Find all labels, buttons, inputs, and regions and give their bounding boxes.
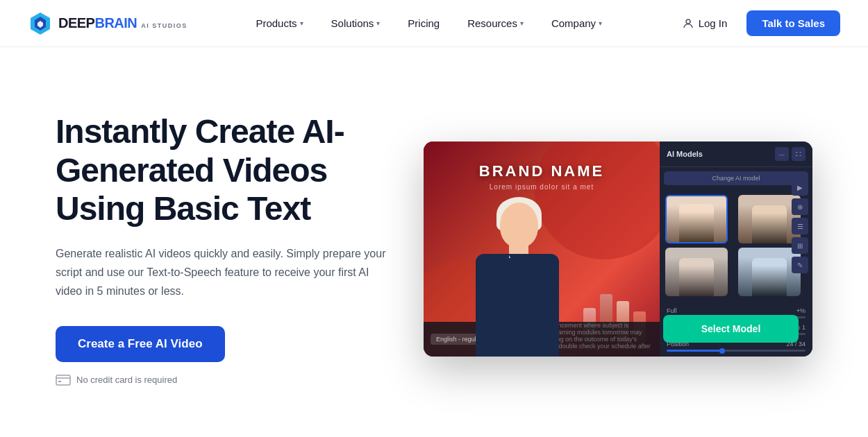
tool-icon-1[interactable]: ▶: [792, 179, 808, 196]
products-chevron-icon: ▾: [300, 19, 303, 27]
create-video-button[interactable]: Create a Free AI Video: [56, 326, 225, 362]
video-preview: BRAND NAME Lorem ipsum dolor sit a met: [424, 142, 812, 357]
panel-title: AI Models: [667, 150, 703, 158]
hero-section: Instantly Create AI-Generated Videos Usi…: [0, 47, 868, 437]
company-chevron-icon: ▾: [599, 19, 602, 27]
model-thumb-1[interactable]: [665, 195, 728, 243]
video-brand-name: BRAND NAME: [424, 162, 660, 180]
tool-icon-5[interactable]: ✎: [792, 257, 808, 273]
video-main-area: BRAND NAME Lorem ipsum dolor sit a met: [424, 142, 660, 357]
select-model-button[interactable]: Select Model: [663, 315, 799, 343]
login-button[interactable]: Log In: [671, 12, 739, 35]
svg-rect-4: [56, 375, 70, 385]
tool-icon-4[interactable]: ⊞: [792, 237, 808, 254]
svg-point-3: [686, 19, 690, 24]
logo-icon: [28, 11, 53, 36]
no-credit-card-notice: No credit card is required: [56, 375, 396, 386]
logo-text-brain: BRAIN: [94, 15, 137, 31]
video-preview-container: BRAND NAME Lorem ipsum dolor sit a met: [424, 142, 812, 357]
logo-text-ai: AI STUDIOS: [141, 22, 187, 29]
credit-card-icon: [56, 375, 71, 386]
nav-company[interactable]: Company ▾: [540, 12, 613, 35]
panel-minimize-button[interactable]: —: [775, 147, 789, 161]
logo-text-deep: DEEP: [58, 15, 94, 31]
panel-icon-toolbar: ▶ ⊕ ☰ ⊞ ✎: [789, 176, 811, 276]
resources-chevron-icon: ▾: [520, 19, 524, 27]
tool-icon-2[interactable]: ⊕: [792, 198, 808, 215]
video-lorem-text: Lorem ipsum dolor sit a met: [424, 183, 660, 191]
navbar: DEEP BRAIN AI STUDIOS Products ▾ Solutio…: [0, 0, 868, 47]
user-icon: [682, 17, 694, 30]
nav-resources[interactable]: Resources ▾: [456, 12, 535, 35]
tool-icon-3[interactable]: ☰: [792, 218, 808, 234]
logo[interactable]: DEEP BRAIN AI STUDIOS: [28, 11, 187, 36]
nav-center: Products ▾ Solutions ▾ Pricing Resources…: [244, 12, 613, 35]
hero-description: Generate realistic AI videos quickly and…: [56, 244, 396, 301]
hero-content: Instantly Create AI-Generated Videos Usi…: [56, 112, 396, 385]
solutions-chevron-icon: ▾: [376, 19, 380, 27]
change-model-button[interactable]: Change AI model: [664, 171, 808, 185]
hero-title: Instantly Create AI-Generated Videos Usi…: [56, 112, 396, 228]
slider-position-thumb[interactable]: [719, 348, 725, 354]
nav-pricing[interactable]: Pricing: [397, 12, 451, 35]
nav-products[interactable]: Products ▾: [244, 12, 314, 35]
nav-right: Log In Talk to Sales: [671, 10, 840, 36]
model-thumb-3[interactable]: [665, 248, 728, 296]
panel-expand-button[interactable]: ⛶: [792, 147, 806, 161]
nav-solutions[interactable]: Solutions ▾: [320, 12, 392, 35]
talk-to-sales-button[interactable]: Talk to Sales: [746, 10, 840, 36]
